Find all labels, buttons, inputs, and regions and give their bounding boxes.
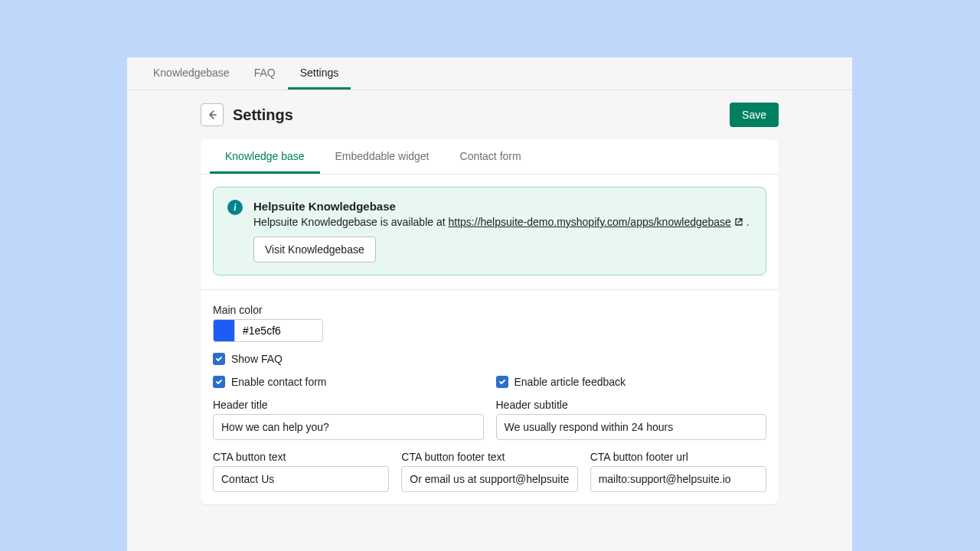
enable-contact-checkbox[interactable] [213, 376, 225, 388]
main-color-label: Main color [213, 304, 766, 316]
top-tabs: Knowledgebase FAQ Settings [127, 57, 852, 90]
visit-knowledgebase-button[interactable]: Visit Knowledgebase [253, 236, 376, 262]
show-faq-checkbox[interactable] [213, 353, 225, 365]
banner-text-suffix: . [743, 216, 750, 228]
cta-footer-text-input[interactable] [401, 466, 577, 492]
save-button[interactable]: Save [730, 103, 779, 127]
back-button[interactable] [201, 103, 224, 126]
header-title-input[interactable] [213, 414, 484, 440]
info-banner: i Helpsuite Knowledgebase Helpsuite Know… [213, 187, 766, 276]
banner-text-prefix: Helpsuite Knowledgebase is available at [253, 216, 449, 228]
sub-tabs: Knowledge base Embeddable widget Contact… [201, 139, 779, 174]
check-icon [215, 378, 223, 386]
check-icon [498, 378, 506, 386]
show-faq-label: Show FAQ [231, 353, 283, 365]
cta-footer-text-label: CTA button footer text [401, 451, 577, 463]
card-body: i Helpsuite Knowledgebase Helpsuite Know… [201, 174, 779, 504]
header-subtitle-label: Header subtitle [496, 399, 767, 411]
cta-text-label: CTA button text [213, 451, 389, 463]
cta-text-input[interactable] [213, 466, 389, 492]
banner-link[interactable]: https://helpsuite-demo.myshopify.com/app… [449, 216, 731, 228]
header-title-label: Header title [213, 399, 484, 411]
enable-contact-label: Enable contact form [231, 376, 327, 388]
page-header: Settings Save [127, 90, 852, 127]
tab-faq[interactable]: FAQ [242, 57, 288, 90]
arrow-left-icon [206, 109, 218, 121]
color-swatch[interactable] [213, 319, 234, 342]
check-icon [215, 355, 223, 363]
cta-footer-url-label: CTA button footer url [590, 451, 766, 463]
banner-title: Helpsuite Knowledgebase [253, 200, 752, 213]
info-icon: i [227, 200, 243, 215]
app-frame: Knowledgebase FAQ Settings Settings Save… [127, 57, 852, 551]
settings-card: Knowledge base Embeddable widget Contact… [201, 139, 779, 504]
banner-text: Helpsuite Knowledgebase is available at … [253, 216, 752, 229]
enable-feedback-checkbox[interactable] [496, 376, 508, 388]
main-color-input[interactable] [234, 319, 323, 342]
enable-feedback-label: Enable article feedback [514, 376, 626, 388]
tab-settings[interactable]: Settings [288, 57, 351, 90]
header-subtitle-input[interactable] [496, 414, 767, 440]
cta-footer-url-input[interactable] [590, 466, 766, 492]
tab-knowledgebase[interactable]: Knowledgebase [141, 57, 242, 90]
subtab-knowledge-base[interactable]: Knowledge base [210, 139, 320, 174]
divider [201, 289, 779, 290]
page-title: Settings [233, 106, 720, 124]
external-link-icon [734, 217, 743, 229]
subtab-contact-form[interactable]: Contact form [445, 139, 537, 174]
subtab-embeddable-widget[interactable]: Embeddable widget [320, 139, 445, 174]
